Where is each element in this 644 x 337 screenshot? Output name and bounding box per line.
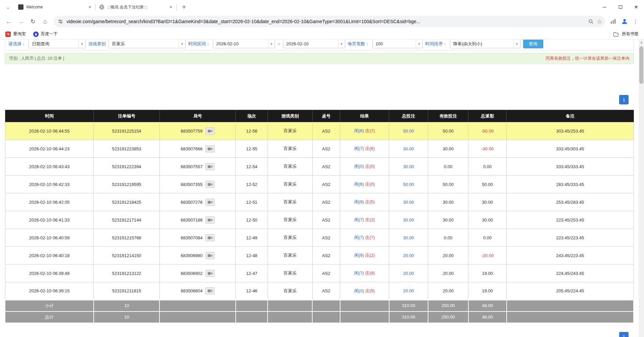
summary-empty bbox=[340, 300, 389, 311]
replay-video-icon[interactable] bbox=[205, 234, 215, 241]
replay-video-icon[interactable] bbox=[205, 270, 215, 277]
cell-note: 205.45/224.45 bbox=[507, 282, 634, 300]
game-category-select[interactable]: 百家乐 ▼ bbox=[108, 40, 186, 48]
cell-total-bet[interactable]: 50.00 bbox=[389, 122, 428, 140]
minimize-button[interactable] bbox=[597, 0, 612, 14]
url-text[interactable]: videoie.com/game/betrecord_search/kind3?… bbox=[66, 19, 585, 24]
page-content: 请选择： 日期查询 ▼ 游戏类别 百家乐 ▼ 时间区间： 2026-02-10 … bbox=[0, 40, 639, 337]
replay-video-icon[interactable] bbox=[205, 145, 215, 152]
cell-valid-bet: 20.00 bbox=[428, 264, 468, 282]
page-number-button[interactable]: 1 bbox=[619, 332, 629, 337]
cell-session: 12-55 bbox=[236, 140, 268, 158]
scrollbar-thumb[interactable] bbox=[639, 46, 643, 84]
bookmark-label: 百度一下 bbox=[41, 31, 58, 37]
date-start-select[interactable]: 2026-02-10 ▼ bbox=[213, 40, 275, 48]
cell-result: 闲(7) 庄(9) bbox=[340, 264, 389, 282]
date-end-select[interactable]: 2026-02-10 ▼ bbox=[283, 40, 345, 48]
replay-video-icon[interactable] bbox=[205, 199, 215, 206]
col-header-table: 桌号 bbox=[312, 110, 340, 122]
bookmark-aitaobao[interactable]: 淘 爱淘宝 bbox=[5, 31, 26, 37]
table-row: 2026-02-10 06:42:05523191218425683507276… bbox=[5, 193, 634, 211]
replay-video-icon[interactable] bbox=[205, 163, 215, 170]
cell-total-bet[interactable]: 30.00 bbox=[389, 140, 428, 158]
cell-total-bet[interactable]: 30.00 bbox=[389, 211, 428, 229]
cell-round: 683507355 bbox=[159, 176, 236, 193]
zoom-icon[interactable] bbox=[588, 19, 594, 24]
cell-payout: 30.00 bbox=[468, 193, 507, 211]
cell-session: 12-52 bbox=[236, 176, 268, 193]
browser-menu-icon[interactable]: ⋮ bbox=[633, 18, 639, 25]
replay-video-icon[interactable] bbox=[205, 216, 215, 224]
table-header-row: 时间 注单编号 局号 场次 游戏类别 桌号 结果 总投注 有效投注 总派彩 备注 bbox=[5, 110, 634, 122]
tab-betrecord[interactable]: :::视讯 会员下注纪录::: ✕ bbox=[96, 1, 176, 13]
summary-row: 总计10310.00250.0048.00 bbox=[5, 311, 634, 323]
cell-total-bet[interactable]: 30.00 bbox=[389, 158, 428, 176]
divider bbox=[609, 32, 610, 37]
cell-total-bet[interactable]: 20.00 bbox=[389, 247, 428, 264]
summary-label: 小计 bbox=[5, 300, 94, 311]
query-type-select[interactable]: 日期查询 ▼ bbox=[29, 40, 86, 48]
summary-total-bet: 310.00 bbox=[389, 300, 428, 311]
replay-video-icon[interactable] bbox=[205, 287, 215, 294]
media-control-icon[interactable] bbox=[610, 18, 616, 25]
replay-video-icon[interactable] bbox=[205, 252, 215, 259]
table-row: 2026-02-10 06:44:23523191223853683507666… bbox=[5, 140, 634, 158]
summary-empty bbox=[340, 311, 389, 323]
cell-note: 333.45/333.45 bbox=[507, 158, 634, 176]
result-player: 闲(9) bbox=[354, 199, 364, 204]
cell-bet-id: 523191219595 bbox=[94, 176, 160, 193]
tab-close-icon[interactable]: ✕ bbox=[168, 4, 174, 10]
all-bookmarks[interactable]: 所有书签 bbox=[609, 31, 639, 37]
cell-valid-bet: 30.00 bbox=[428, 193, 468, 211]
result-banker: 庄(5) bbox=[365, 288, 375, 293]
cell-session: 12-47 bbox=[236, 264, 268, 282]
site-info-icon[interactable] bbox=[58, 19, 63, 24]
tab-search-button[interactable]: ⌄ bbox=[3, 2, 13, 12]
summary-empty bbox=[507, 300, 634, 311]
bookmark-star-icon[interactable]: ☆ bbox=[597, 18, 602, 25]
cell-total-bet[interactable]: 20.00 bbox=[389, 282, 428, 300]
result-player: 闲(6) bbox=[354, 182, 364, 187]
bookmark-baidu[interactable]: 百度一下 bbox=[33, 31, 58, 37]
tab-close-icon[interactable]: ✕ bbox=[87, 4, 93, 10]
profile-avatar-icon[interactable] bbox=[621, 18, 628, 25]
cell-time: 2026-02-10 06:44:23 bbox=[5, 140, 94, 158]
cell-session: 12-46 bbox=[236, 282, 268, 300]
back-icon[interactable]: ← bbox=[3, 16, 14, 27]
cell-round: 683507759 bbox=[159, 122, 236, 140]
cell-payout: 0.00 bbox=[468, 158, 507, 176]
date-start-value: 2026-02-10 bbox=[213, 41, 268, 46]
cell-total-bet[interactable]: 50.00 bbox=[389, 176, 428, 193]
search-button[interactable]: 查询 bbox=[523, 40, 543, 48]
cell-valid-bet: 30.00 bbox=[428, 140, 468, 158]
filter-bar: 请选择： 日期查询 ▼ 游戏类别 百家乐 ▼ 时间区间： 2026-02-10 … bbox=[5, 40, 634, 50]
page-number-button[interactable]: 1 bbox=[619, 95, 629, 104]
cell-time: 2026-02-10 06:39:15 bbox=[5, 282, 94, 300]
cell-result: 闲(9) 庄(2) bbox=[340, 247, 389, 264]
vertical-scrollbar[interactable]: ▲ bbox=[639, 40, 644, 337]
cell-game-type: 百家乐 bbox=[268, 176, 312, 193]
forward-icon[interactable]: → bbox=[15, 16, 26, 27]
currency-summary-text: 币别 : 人民币 | 总共 :10 注单 | bbox=[9, 56, 64, 61]
tab-welcome[interactable]: Welcome ✕ bbox=[15, 1, 95, 13]
col-header-round: 局号 bbox=[159, 110, 236, 122]
replay-video-icon[interactable] bbox=[205, 128, 215, 135]
sort-select[interactable]: 降幂(由大到小) ▼ bbox=[450, 40, 520, 48]
maximize-button[interactable] bbox=[612, 0, 628, 14]
home-icon[interactable]: ⌂ bbox=[40, 16, 50, 27]
close-button[interactable]: ✕ bbox=[628, 0, 644, 14]
new-tab-button[interactable]: + bbox=[179, 2, 189, 12]
cell-valid-bet: 20.00 bbox=[428, 247, 468, 264]
cell-total-bet[interactable]: 30.00 bbox=[389, 229, 428, 247]
scroll-up-arrow-icon[interactable]: ▲ bbox=[639, 40, 644, 45]
cell-game-type: 百家乐 bbox=[268, 211, 312, 229]
window-controls: ✕ bbox=[597, 0, 644, 14]
replay-video-icon[interactable] bbox=[205, 181, 215, 188]
cell-note: 303.45/253.45 bbox=[507, 122, 634, 140]
per-page-select[interactable]: 100 ▼ bbox=[372, 40, 423, 48]
cell-total-bet[interactable]: 30.00 bbox=[389, 193, 428, 211]
url-bar[interactable]: videoie.com/game/betrecord_search/kind3?… bbox=[54, 16, 605, 27]
reload-icon[interactable]: ↻ bbox=[28, 16, 38, 27]
chevron-down-icon: ▼ bbox=[179, 40, 185, 48]
cell-total-bet[interactable]: 20.00 bbox=[389, 264, 428, 282]
